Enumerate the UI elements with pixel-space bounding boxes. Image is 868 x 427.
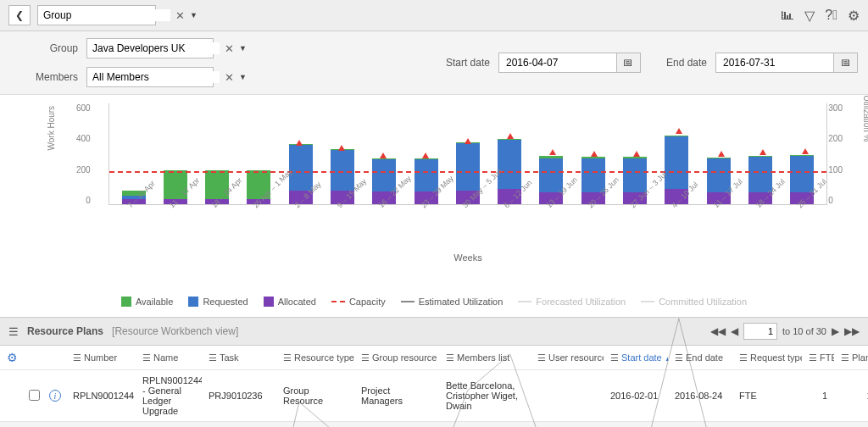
cell-planned-hours: 87 (834, 422, 868, 428)
members-label: Members (10, 71, 78, 83)
top-bar: ❮ ✕ ▼ 📊︎ ▽ ?⃝ ⚙ (0, 0, 868, 31)
menu-icon: ☰ (73, 352, 81, 363)
group-caret-icon[interactable]: ▼ (239, 44, 247, 53)
chart-area: Work Hours Utilization % 600 400 200 0 3… (0, 95, 868, 290)
group-select[interactable]: ✕ ▼ (86, 38, 214, 58)
row-checkbox[interactable] (29, 390, 40, 401)
info-icon[interactable]: i (49, 390, 61, 402)
y-axis-left: 600 400 200 0 (76, 103, 91, 205)
warning-triangle-icon (676, 128, 682, 134)
end-date-picker-button[interactable]: 📅︎ (834, 53, 858, 73)
start-date-input[interactable] (498, 53, 617, 73)
warning-triangle-icon (591, 151, 598, 157)
calendar-icon: 📅︎ (623, 57, 633, 69)
top-actions: 📊︎ ▽ ?⃝ ⚙ (781, 8, 860, 24)
clear-group-icon[interactable]: ✕ (225, 42, 234, 55)
last-page-button[interactable]: ▶▶ (844, 325, 860, 337)
warning-triangle-icon (802, 148, 809, 154)
clear-search-icon[interactable]: ✕ (175, 9, 185, 22)
chart-plot (108, 103, 827, 205)
menu-icon: ☰ (841, 352, 849, 363)
search-dropdown-caret[interactable]: ▼ (190, 11, 198, 19)
warning-triangle-icon (549, 149, 556, 155)
group-input[interactable] (92, 42, 220, 54)
filter-icon[interactable]: ▽ (804, 8, 815, 24)
help-icon[interactable]: ?⃝ (825, 8, 837, 24)
gear-icon[interactable]: ⚙ (848, 8, 860, 24)
warning-triangle-icon (633, 151, 640, 157)
next-page-button[interactable]: ▶ (832, 325, 839, 337)
start-date-picker-button[interactable]: 📅︎ (617, 53, 641, 73)
end-date-input[interactable] (715, 53, 834, 73)
group-label: Group (10, 42, 78, 54)
warning-triangle-icon (380, 152, 387, 158)
warning-triangle-icon (422, 152, 429, 158)
members-select[interactable]: ✕ ▼ (86, 67, 214, 87)
start-date-label: Start date (446, 57, 490, 69)
col-planned-hours[interactable]: ☰Planned hours (834, 346, 868, 370)
y-axis-left-label: Work Hours (47, 106, 56, 151)
search-field-wrap: ✕ ▼ (37, 5, 156, 25)
end-date-label: End date (666, 57, 707, 69)
warning-triangle-icon (718, 151, 725, 157)
members-caret-icon[interactable]: ▼ (239, 73, 247, 81)
cell-planned-hours: 1,18 (834, 370, 868, 422)
menu-icon[interactable]: ☰ (8, 325, 19, 338)
grid-title: Resource Plans (27, 325, 103, 337)
gear-icon[interactable]: ⚙ (7, 351, 18, 364)
y-axis-right-label: Utilization % (862, 95, 869, 141)
calendar-icon: 📅︎ (841, 57, 851, 69)
warning-triangle-icon (507, 133, 514, 139)
warning-triangle-icon (465, 138, 471, 144)
back-button[interactable]: ❮ (8, 5, 31, 25)
chart-icon[interactable]: 📊︎ (781, 8, 794, 24)
y-axis-right: 300 200 100 0 (828, 103, 843, 205)
warning-triangle-icon (760, 149, 766, 155)
search-input[interactable] (43, 9, 170, 21)
clear-members-icon[interactable]: ✕ (225, 71, 234, 84)
warning-triangle-icon (296, 140, 303, 146)
members-input[interactable] (92, 71, 220, 83)
filter-bar: Group ✕ ▼ Members ✕ ▼ Start date 📅︎ End … (0, 31, 868, 95)
warning-triangle-icon (338, 145, 345, 151)
